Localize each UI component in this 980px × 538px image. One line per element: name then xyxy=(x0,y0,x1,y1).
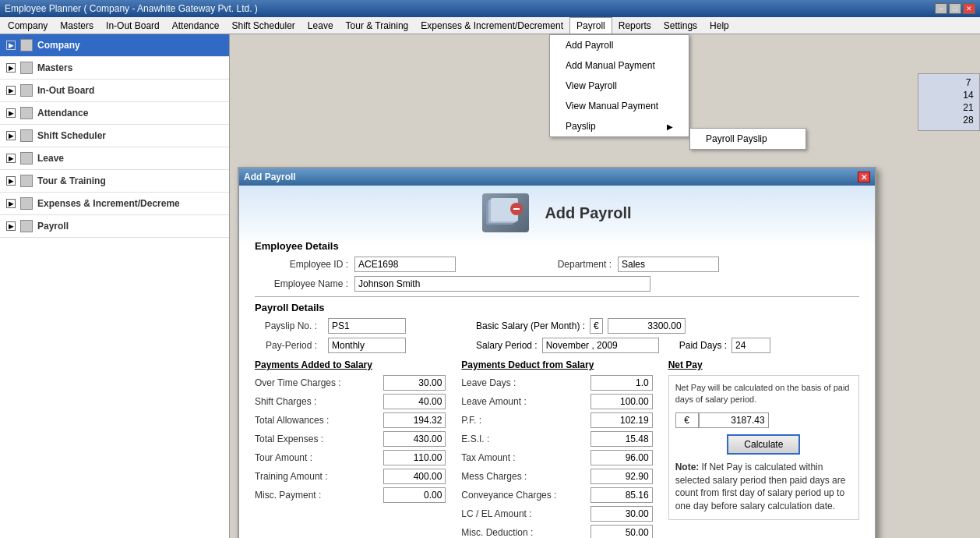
payment-value-6[interactable] xyxy=(383,487,446,503)
sidebar: ▶ Company ▶ Masters ▶ In-Out Board ▶ Att… xyxy=(0,34,230,538)
maximize-button[interactable]: □ xyxy=(949,3,961,14)
payments-added-title: Payments Added to Salary xyxy=(255,359,446,370)
pay-period-input[interactable] xyxy=(328,338,406,353)
paid-days-input[interactable] xyxy=(731,338,770,353)
payment-label-2: Total Allowances : xyxy=(255,415,329,426)
sidebar-item-attendance[interactable]: ▶ Attendance xyxy=(0,102,229,125)
dialog-icon xyxy=(482,193,529,232)
payment-row-3: Total Expenses : xyxy=(255,431,446,447)
menu-add-payroll[interactable]: Add Payroll xyxy=(550,35,689,55)
sidebar-item-company[interactable]: ▶ Company xyxy=(0,34,229,57)
note-content: If Net Pay is calculated within selected… xyxy=(675,462,846,511)
menu-help[interactable]: Help xyxy=(703,17,735,34)
deduct-value-0[interactable] xyxy=(590,375,653,391)
payment-row-5: Training Amount : xyxy=(255,469,446,484)
basic-salary-input[interactable] xyxy=(608,318,686,334)
menu-payroll-payslip[interactable]: Payroll Payslip xyxy=(690,129,806,149)
app-title: Employee Planner ( Company - Anawhite Ga… xyxy=(5,3,258,14)
department-input[interactable] xyxy=(618,257,719,272)
cal-day-14: 14 xyxy=(961,90,976,101)
menu-bar: Company Masters In-Out Board Attendance … xyxy=(0,17,980,34)
menu-view-manual-payment[interactable]: View Manual Payment xyxy=(550,96,689,116)
menu-view-payroll[interactable]: View Payroll xyxy=(550,76,689,96)
employee-id-label: Employee ID : xyxy=(255,259,348,270)
menu-expenses[interactable]: Expenses & Increment/Decrement xyxy=(414,17,569,34)
payslip-no-label: Payslip No. : xyxy=(255,320,317,331)
dialog-title: Add Payroll xyxy=(244,172,296,182)
cal-row-4: 28 xyxy=(922,115,976,126)
sidebar-item-payroll[interactable]: ▶ Payroll xyxy=(0,215,229,238)
menu-attendance[interactable]: Attendance xyxy=(166,17,226,34)
sidebar-item-expenses[interactable]: ▶ Expenses & Increment/Decreme xyxy=(0,193,229,215)
employee-id-row: Employee ID : Department : xyxy=(255,257,859,272)
in-out-icon xyxy=(20,84,33,97)
payslip-no-input[interactable] xyxy=(328,318,406,334)
sidebar-label-masters: Masters xyxy=(37,62,72,73)
expand-icon: ▶ xyxy=(6,154,16,163)
payment-value-3[interactable] xyxy=(383,431,446,447)
sidebar-item-tour-training[interactable]: ▶ Tour & Training xyxy=(0,170,229,193)
payment-value-0[interactable] xyxy=(383,375,446,391)
dialog-close-button[interactable]: ✕ xyxy=(858,172,870,182)
deduct-value-1[interactable] xyxy=(590,394,653,409)
payment-value-5[interactable] xyxy=(383,469,446,484)
deduct-label-5: Mess Charges : xyxy=(461,471,527,482)
deduct-label-4: Tax Amount : xyxy=(461,452,515,463)
company-icon xyxy=(20,39,33,51)
sidebar-item-masters[interactable]: ▶ Masters xyxy=(0,57,229,80)
sidebar-label-tour: Tour & Training xyxy=(37,175,106,186)
menu-payslip[interactable]: Payslip ▶ xyxy=(550,116,689,136)
menu-masters[interactable]: Masters xyxy=(54,17,100,34)
deduct-value-8[interactable] xyxy=(590,525,653,538)
payments-added-col: Payments Added to Salary Over Time Charg… xyxy=(255,359,446,538)
net-pay-value[interactable] xyxy=(699,412,769,428)
payment-value-2[interactable] xyxy=(383,412,446,428)
menu-reports[interactable]: Reports xyxy=(612,17,657,34)
add-payroll-dialog: Add Payroll ✕ Add Payroll xyxy=(238,167,876,538)
menu-settings[interactable]: Settings xyxy=(657,17,703,34)
menu-shift-scheduler[interactable]: Shift Scheduler xyxy=(225,17,301,34)
menu-payroll[interactable]: Payroll xyxy=(569,17,612,34)
sidebar-item-shift-scheduler[interactable]: ▶ Shift Scheduler xyxy=(0,125,229,147)
deduct-value-3[interactable] xyxy=(590,431,653,447)
menu-tour-training[interactable]: Tour & Training xyxy=(340,17,415,34)
deduct-row-6: Conveyance Charges : xyxy=(461,487,652,503)
attendance-icon xyxy=(20,107,33,119)
salary-period-input[interactable] xyxy=(542,338,659,353)
menu-in-out-board[interactable]: In-Out Board xyxy=(100,17,166,34)
payment-label-3: Total Expenses : xyxy=(255,434,323,444)
payment-row-6: Misc. Payment : xyxy=(255,487,446,503)
menu-leave[interactable]: Leave xyxy=(301,17,340,34)
dialog-title-bar: Add Payroll ✕ xyxy=(239,168,875,186)
deduct-value-2[interactable] xyxy=(590,412,653,428)
calculate-button[interactable]: Calculate xyxy=(727,434,800,455)
payment-value-1[interactable] xyxy=(383,394,446,409)
deduct-label-8: Misc. Deduction : xyxy=(461,527,533,538)
payment-row-4: Tour Amount : xyxy=(255,450,446,465)
employee-name-input[interactable] xyxy=(354,276,650,292)
employee-details-title: Employee Details xyxy=(255,240,859,252)
deduct-value-5[interactable] xyxy=(590,469,653,484)
employee-id-input[interactable] xyxy=(354,257,456,272)
expand-icon: ▶ xyxy=(6,131,16,140)
submenu-arrow-icon: ▶ xyxy=(667,122,673,131)
deduct-value-6[interactable] xyxy=(590,487,653,503)
cal-day-7: 7 xyxy=(961,77,976,88)
sidebar-item-in-out-board[interactable]: ▶ In-Out Board xyxy=(0,80,229,102)
window-controls: – □ ✕ xyxy=(935,3,975,14)
dialog-body: Add Payroll Employee Details Employee ID… xyxy=(239,186,875,538)
payment-label-1: Shift Charges : xyxy=(255,396,316,407)
sidebar-label-in-out: In-Out Board xyxy=(37,85,94,96)
menu-add-manual-payment[interactable]: Add Manual Payment xyxy=(550,55,689,76)
shift-icon xyxy=(20,129,33,142)
payment-value-4[interactable] xyxy=(383,450,446,465)
sidebar-label-attendance: Attendance xyxy=(37,108,88,119)
menu-company[interactable]: Company xyxy=(2,17,54,34)
close-button[interactable]: ✕ xyxy=(963,3,975,14)
sidebar-item-leave[interactable]: ▶ Leave xyxy=(0,147,229,170)
cal-row-3: 21 xyxy=(922,102,976,113)
minimize-button[interactable]: – xyxy=(935,3,947,14)
deduct-value-7[interactable] xyxy=(590,506,653,522)
payments-deducted-col: Payments Deduct from Salary Leave Days :… xyxy=(461,359,652,538)
deduct-value-4[interactable] xyxy=(590,450,653,465)
